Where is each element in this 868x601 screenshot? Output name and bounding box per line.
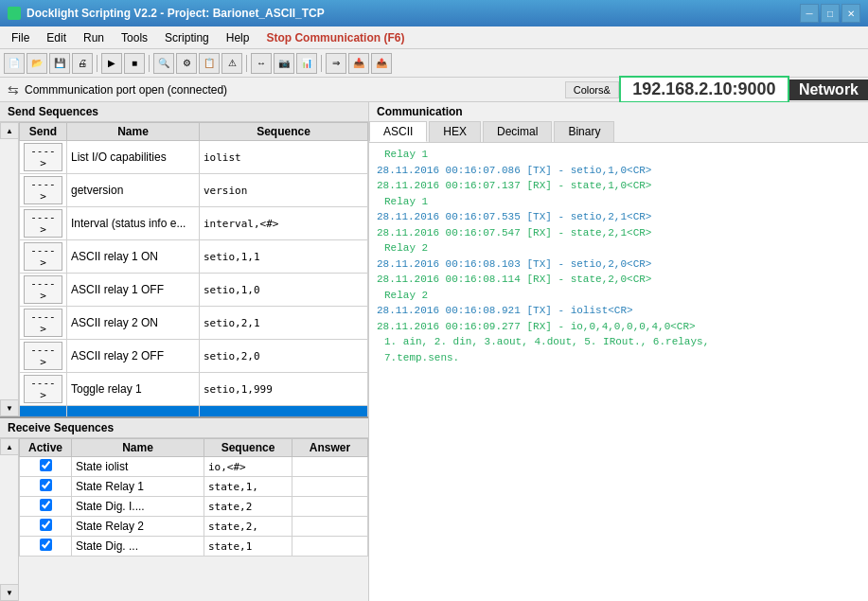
toolbar-btn4[interactable]: ⚙ bbox=[176, 53, 197, 74]
recv-active-cell[interactable] bbox=[20, 537, 72, 557]
send-table-row[interactable]: ----> List I/O capabilities iolist bbox=[20, 141, 368, 174]
toolbar-open[interactable]: 📂 bbox=[27, 53, 47, 74]
recv-active-checkbox[interactable] bbox=[40, 479, 52, 491]
toolbar-btn10[interactable]: ⇒ bbox=[326, 53, 346, 74]
send-scroll-pane[interactable]: Send Name Sequence ----> List I/O capabi… bbox=[19, 122, 368, 416]
send-btn-cell[interactable]: ----> bbox=[20, 240, 67, 274]
send-button[interactable]: ----> bbox=[24, 242, 62, 271]
send-name-cell: Toggle relay 2 bbox=[67, 406, 200, 417]
send-btn-cell[interactable]: ----> bbox=[20, 274, 67, 307]
toolbar-print[interactable]: 🖨 bbox=[72, 53, 93, 74]
tab-hex[interactable]: HEX bbox=[429, 121, 481, 142]
recv-active-checkbox[interactable] bbox=[40, 539, 52, 551]
menu-help[interactable]: Help bbox=[219, 29, 257, 46]
toolbar-sep-4 bbox=[321, 55, 322, 72]
colors-button[interactable]: Colors& bbox=[565, 81, 619, 98]
toolbar-btn5[interactable]: 📋 bbox=[199, 53, 220, 74]
toolbar-btn8[interactable]: 📷 bbox=[274, 53, 294, 74]
recv-active-cell[interactable] bbox=[20, 457, 72, 477]
send-table-row[interactable]: ----> ASCII relay 1 ON setio,​1,​1 bbox=[20, 240, 368, 274]
tab-ascii[interactable]: ASCII bbox=[369, 121, 427, 142]
menu-run[interactable]: Run bbox=[76, 29, 112, 46]
send-button[interactable]: ----> bbox=[24, 275, 62, 304]
maximize-button[interactable]: □ bbox=[821, 4, 840, 23]
receive-nav-up[interactable]: ▲ bbox=[0, 438, 19, 455]
send-sequences-table: Send Name Sequence ----> List I/O capabi… bbox=[19, 122, 368, 416]
comm-message: 28.11.2016 00:16:07.086 [TX] - setio,1,0… bbox=[377, 163, 860, 179]
main-content: Send Sequences ▲ ▼ Send Name Sequence bbox=[0, 102, 868, 601]
send-button[interactable]: ----> bbox=[24, 209, 62, 238]
recv-table-row[interactable]: State Relay 1 state,1, bbox=[20, 477, 368, 497]
send-btn-cell[interactable]: ----> bbox=[20, 207, 67, 240]
recv-active-cell[interactable] bbox=[20, 497, 72, 517]
toolbar-new[interactable]: 📄 bbox=[4, 53, 25, 74]
send-btn-cell[interactable]: ----> bbox=[20, 174, 67, 207]
send-nav-up[interactable]: ▲ bbox=[0, 122, 19, 139]
comm-message: Relay 1 bbox=[377, 147, 860, 163]
toolbar-stop[interactable]: ■ bbox=[124, 53, 145, 74]
recv-sequence-cell: state,2, bbox=[204, 517, 292, 537]
recv-active-checkbox[interactable] bbox=[40, 499, 52, 511]
toolbar-btn9[interactable]: 📊 bbox=[296, 53, 317, 74]
recv-name-cell: State iolist bbox=[72, 457, 204, 477]
recv-answer-cell bbox=[292, 457, 368, 477]
send-name-cell: Toggle relay 1 bbox=[67, 373, 200, 406]
toolbar-btn7[interactable]: ↔ bbox=[251, 53, 272, 74]
send-button[interactable]: ----> bbox=[24, 176, 62, 204]
recv-active-cell[interactable] bbox=[20, 517, 72, 537]
comm-message: Relay 2 bbox=[377, 288, 860, 304]
send-button[interactable]: ----> bbox=[24, 309, 62, 337]
send-table-row[interactable]: ----> getversion version bbox=[20, 174, 368, 207]
toolbar-btn11[interactable]: 📥 bbox=[348, 53, 369, 74]
menu-file[interactable]: File bbox=[4, 29, 37, 46]
close-button[interactable]: ✕ bbox=[841, 4, 860, 23]
recv-sequence-cell: state,2 bbox=[204, 497, 292, 517]
toolbar-play[interactable]: ▶ bbox=[101, 53, 122, 74]
recv-active-cell[interactable] bbox=[20, 477, 72, 497]
send-btn-cell[interactable]: ----> bbox=[20, 406, 67, 417]
send-button[interactable]: ----> bbox=[24, 342, 62, 370]
send-btn-cell[interactable]: ----> bbox=[20, 340, 67, 373]
send-table-row[interactable]: ----> ASCII relay 2 OFF setio,​2,​0 bbox=[20, 340, 368, 373]
recv-col-active: Active bbox=[20, 439, 72, 457]
send-sequences-header: Send Sequences bbox=[0, 102, 368, 122]
recv-table-row[interactable]: State Dig. ... state,1 bbox=[20, 537, 368, 557]
recv-active-checkbox[interactable] bbox=[40, 459, 52, 471]
recv-table-row[interactable]: State iolist io,<#> bbox=[20, 457, 368, 477]
menu-tools[interactable]: Tools bbox=[114, 29, 155, 46]
send-button[interactable]: ----> bbox=[24, 143, 62, 171]
toolbar-btn12[interactable]: 📤 bbox=[371, 53, 392, 74]
menu-scripting[interactable]: Scripting bbox=[157, 29, 217, 46]
tab-binary[interactable]: Binary bbox=[554, 121, 614, 142]
menu-stop-communication[interactable]: Stop Communication (F6) bbox=[258, 29, 412, 46]
send-btn-cell[interactable]: ----> bbox=[20, 307, 67, 340]
status-bar: ⇆ Commmunication port open (connected) C… bbox=[0, 78, 868, 102]
send-sequences-panel: Send Sequences ▲ ▼ Send Name Sequence bbox=[0, 102, 368, 416]
comm-message: 7.temp.sens. bbox=[377, 350, 860, 366]
comm-message: 28.11.2016 00:16:08.921 [TX] - iolist<CR… bbox=[377, 303, 860, 319]
send-btn-cell[interactable]: ----> bbox=[20, 373, 67, 406]
recv-table-row[interactable]: State Dig. I.... state,2 bbox=[20, 497, 368, 517]
send-button[interactable]: ----> bbox=[24, 408, 62, 416]
comm-message: 28.11.2016 00:16:08.114 [RX] - state,2,0… bbox=[377, 272, 860, 288]
minimize-button[interactable]: ─ bbox=[800, 4, 819, 23]
send-button[interactable]: ----> bbox=[24, 375, 62, 403]
status-right: Colors& 192.168.2.10:9000 Network bbox=[565, 76, 868, 103]
send-table-row[interactable]: ----> ASCII relay 1 OFF setio,​1,​0 bbox=[20, 274, 368, 307]
toolbar-save[interactable]: 💾 bbox=[49, 53, 70, 74]
send-nav-down[interactable]: ▼ bbox=[0, 399, 19, 416]
recv-table-row[interactable]: State Relay 2 state,2, bbox=[20, 517, 368, 537]
send-table-row[interactable]: ----> ASCII relay 2 ON setio,​2,​1 bbox=[20, 307, 368, 340]
send-table-row[interactable]: ----> Toggle relay 1 setio,​1,​999 bbox=[20, 373, 368, 406]
toolbar-btn3[interactable]: 🔍 bbox=[153, 53, 174, 74]
receive-nav-down[interactable]: ▼ bbox=[0, 584, 19, 601]
recv-active-checkbox[interactable] bbox=[40, 519, 52, 531]
toolbar-btn6[interactable]: ⚠ bbox=[221, 53, 242, 74]
toolbar-sep-2 bbox=[149, 55, 150, 72]
send-table-row[interactable]: ----> Toggle relay 2 setio,​2,​999 bbox=[20, 406, 368, 417]
send-table-row[interactable]: ----> Interval (status info e... interva… bbox=[20, 207, 368, 240]
tab-decimal[interactable]: Decimal bbox=[483, 121, 552, 142]
menu-edit[interactable]: Edit bbox=[39, 29, 74, 46]
receive-scroll-pane[interactable]: Active Name Sequence Answer State iolist… bbox=[19, 438, 368, 601]
send-btn-cell[interactable]: ----> bbox=[20, 141, 67, 174]
